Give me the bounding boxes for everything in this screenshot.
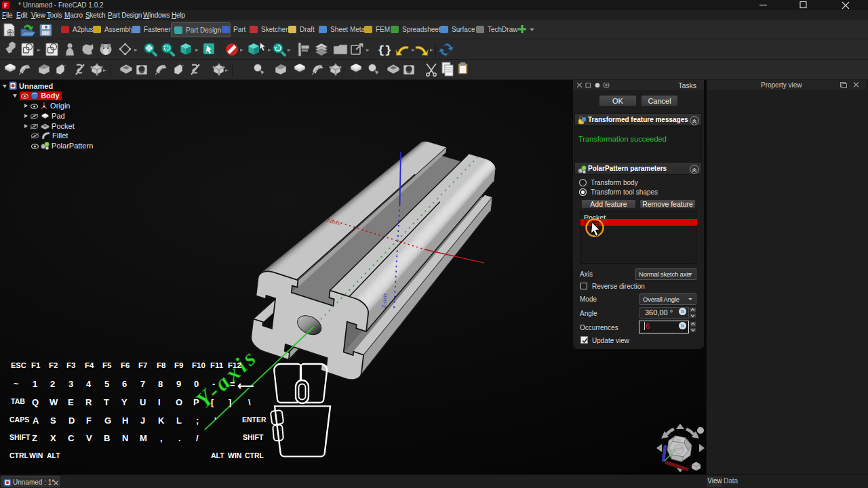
svg-text:F: F xyxy=(4,2,8,9)
svg-text:{}: {} xyxy=(378,44,391,57)
svg-text:Z-axis: Z-axis xyxy=(380,293,388,308)
svg-text:fx: fx xyxy=(681,309,685,314)
svg-text:x-axis: x-axis xyxy=(325,216,342,226)
svg-text:fx: fx xyxy=(681,323,685,328)
svg-text:Top: Top xyxy=(675,437,682,442)
